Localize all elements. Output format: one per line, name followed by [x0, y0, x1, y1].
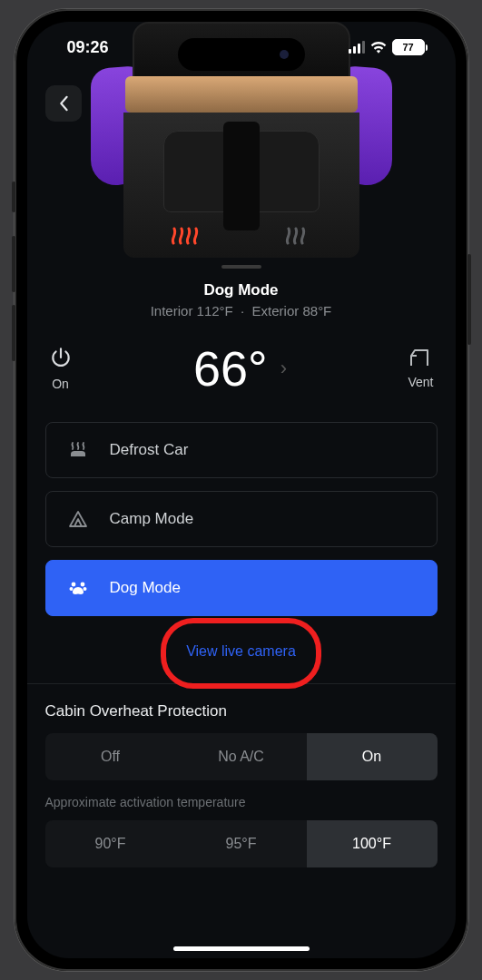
cop-option-off[interactable]: Off: [45, 733, 176, 780]
cop-approx-label: Approximate activation temperature: [45, 795, 438, 809]
temperature-readout: Interior 112°F · Exterior 88°F: [45, 303, 438, 318]
cop-mode-segmented: Off No A/C On: [45, 733, 438, 780]
chevron-right-icon: ›: [280, 357, 287, 380]
svg-point-2: [69, 587, 73, 591]
defrost-icon: [66, 439, 90, 461]
camp-mode-row[interactable]: Camp Mode: [45, 491, 438, 547]
cop-temp-segmented: 90°F 95°F 100°F: [45, 820, 438, 867]
divider: [27, 683, 456, 684]
view-live-camera-link[interactable]: View live camera: [186, 631, 296, 676]
item-label: Dog Mode: [110, 579, 181, 597]
cop-option-on[interactable]: On: [307, 733, 438, 780]
svg-point-0: [71, 583, 75, 587]
status-time: 09:26: [67, 38, 109, 57]
vent-label: Vent: [408, 375, 433, 389]
svg-point-3: [83, 587, 86, 591]
cellular-icon: [349, 41, 365, 54]
svg-point-1: [80, 583, 84, 587]
home-indicator[interactable]: [173, 946, 310, 951]
cop-temp-100[interactable]: 100°F: [307, 820, 438, 867]
dynamic-island: [178, 38, 305, 71]
vent-toggle[interactable]: Vent: [408, 348, 433, 389]
wifi-icon: [370, 41, 387, 54]
cop-temp-90[interactable]: 90°F: [45, 820, 176, 867]
battery-indicator: 77: [392, 39, 425, 55]
item-label: Defrost Car: [110, 441, 189, 459]
defrost-car-row[interactable]: Defrost Car: [45, 422, 438, 478]
item-label: Camp Mode: [110, 510, 194, 528]
vent-icon: [408, 348, 432, 368]
drag-handle[interactable]: [221, 265, 261, 269]
climate-mode-list: Defrost Car Camp Mode Dog Mode: [45, 422, 438, 616]
passenger-seat-heater-icon: [283, 220, 314, 245]
back-button[interactable]: [45, 85, 82, 122]
target-temperature[interactable]: 66° ›: [193, 340, 287, 397]
driver-seat-heater-icon: [169, 220, 200, 245]
dog-mode-row[interactable]: Dog Mode: [45, 560, 438, 616]
climate-mode-title: Dog Mode: [45, 281, 438, 299]
tent-icon: [66, 508, 90, 530]
cop-option-noac[interactable]: No A/C: [176, 733, 307, 780]
power-icon: [49, 346, 73, 369]
chevron-left-icon: [57, 95, 70, 112]
paw-icon: [66, 577, 90, 599]
cop-temp-95[interactable]: 95°F: [176, 820, 307, 867]
power-label: On: [52, 377, 69, 391]
target-temp-value: 66°: [193, 340, 268, 397]
climate-power-toggle[interactable]: On: [49, 346, 73, 391]
cop-title: Cabin Overheat Protection: [45, 702, 438, 720]
